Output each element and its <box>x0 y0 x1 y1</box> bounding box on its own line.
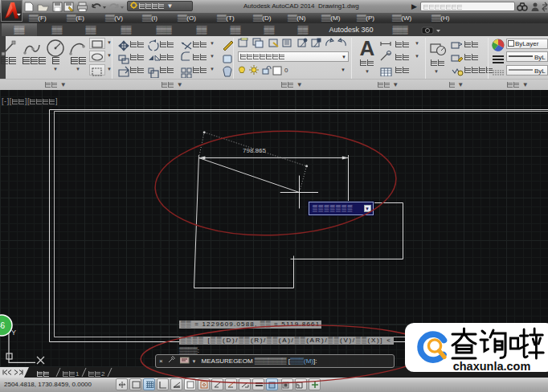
svg-text:chaxunla.com: chaxunla.com <box>453 360 531 373</box>
